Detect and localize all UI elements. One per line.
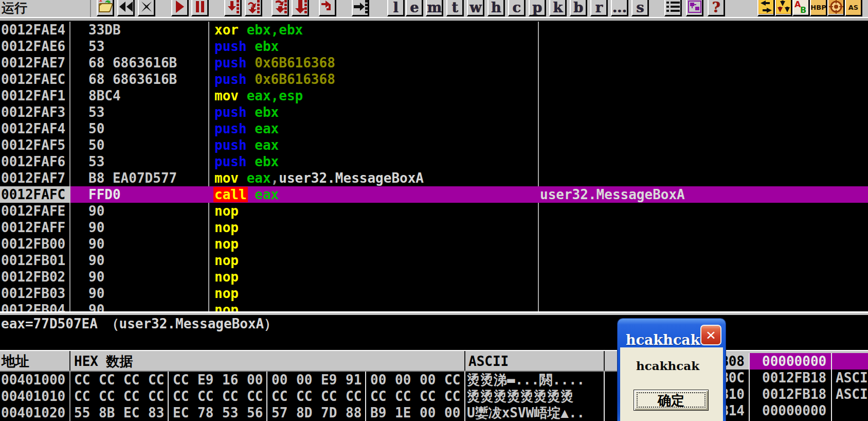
disasm-bytes: 53	[88, 104, 104, 120]
plugin-swap-arrows-button[interactable]	[757, 0, 775, 16]
disasm-row[interactable]: 0012FB0490nop	[0, 302, 868, 311]
stack-comment: ASCI	[832, 386, 868, 402]
ollydbg-window: 运行 lemtwhcpkbr...s?ABHBPAS 0012FAE433DBx…	[0, 0, 868, 421]
disasm-bytes: 90	[88, 236, 104, 252]
window-letter-label: b	[573, 0, 583, 15]
disasm-row[interactable]: 0012FAE653push ebx	[0, 38, 868, 55]
disasm-bytes: 8BC4	[88, 87, 121, 104]
disasm-address: 0012FAFF	[1, 219, 65, 236]
disasm-row[interactable]: 0012FB0090nop	[0, 236, 868, 252]
stack-value: 0012FB18	[750, 386, 831, 402]
dump-byte: CC	[197, 388, 213, 405]
disasm-row[interactable]: 0012FAF353push ebx	[0, 104, 868, 120]
disasm-instruction: push eax	[214, 137, 279, 153]
dump-byte: 57	[272, 405, 287, 421]
step-over-button[interactable]	[245, 0, 262, 16]
windows-window-button[interactable]: w	[467, 0, 484, 16]
dump-ascii: U嬱冹xSVW峿埞▲..	[467, 405, 585, 421]
dump-pane[interactable]: 00401000CCCCCCCCCCE916000000E991000000CC…	[0, 372, 620, 421]
disasm-row[interactable]: 0012FAF450push eax	[0, 120, 868, 137]
disasm-bytes: 90	[88, 219, 104, 236]
animate-into-icon	[274, 0, 287, 15]
as-icon: AS	[848, 4, 858, 11]
plugin-ab-button[interactable]: AB	[792, 0, 810, 16]
help-icon: ?	[712, 0, 720, 15]
list-icon	[666, 1, 680, 15]
windows-list-button[interactable]	[664, 0, 682, 16]
handles-window-button[interactable]: h	[487, 0, 505, 16]
dump-byte: CC	[99, 372, 115, 388]
disasm-row[interactable]: 0012FAFF90nop	[0, 219, 868, 236]
ok-button[interactable]: 确定	[634, 390, 709, 411]
disasm-row[interactable]: 0012FAF18BC4mov eax,esp	[0, 87, 868, 104]
dump-row[interactable]: 00401000CCCCCCCCCCE916000000E991000000CC…	[0, 372, 620, 388]
stack-value: 0012FB18	[750, 370, 831, 386]
dump-byte: CC	[444, 372, 460, 388]
window-letter-label: r	[595, 0, 602, 15]
patches-window-button[interactable]: p	[529, 0, 546, 16]
run-button[interactable]	[171, 0, 189, 16]
dump-header-separator	[464, 351, 465, 371]
dump-byte: CC	[321, 388, 337, 405]
message-box-close-button[interactable]: ✕	[700, 325, 721, 345]
disasm-row[interactable]: 0012FAFE90nop	[0, 203, 868, 219]
call-stack-window-button[interactable]: k	[549, 0, 567, 16]
dump-byte: CC	[444, 388, 460, 405]
references-window-button[interactable]: r	[590, 0, 608, 16]
threads-window-button[interactable]: t	[446, 0, 464, 16]
options-button[interactable]	[686, 0, 703, 16]
execute-till-return-button[interactable]	[319, 0, 336, 16]
focus-rectangle	[637, 392, 706, 408]
disasm-instruction: push 0x6B616368	[214, 71, 335, 87]
animate-over-button[interactable]	[292, 0, 309, 16]
executables-window-button[interactable]: e	[406, 0, 423, 16]
go-to-address-button[interactable]	[352, 0, 369, 16]
animate-into-button[interactable]	[272, 0, 289, 16]
plugin-target-button[interactable]	[827, 0, 845, 16]
disassembly-pane[interactable]: 0012FAE433DBxor ebx,ebx0012FAE653push eb…	[0, 22, 868, 311]
step-into-icon	[226, 0, 240, 15]
cpu-window-button[interactable]: c	[508, 0, 526, 16]
disasm-instruction: xor ebx,ebx	[214, 22, 303, 38]
disasm-row[interactable]: 0012FB0190nop	[0, 252, 868, 269]
dump-byte: 56	[247, 405, 263, 421]
disasm-row[interactable]: 0012FAF653push ebx	[0, 153, 868, 170]
run-trace-window-button[interactable]: ...	[611, 0, 628, 16]
memory-window-button[interactable]: m	[426, 0, 443, 16]
disasm-address: 0012FAF5	[1, 137, 65, 153]
windows-icon	[688, 1, 701, 15]
dump-byte: CC	[123, 372, 139, 388]
pause-button[interactable]	[191, 0, 209, 16]
dump-byte: CC	[346, 388, 361, 405]
help-button[interactable]: ?	[708, 0, 725, 16]
disasm-row[interactable]: 0012FAE433DBxor ebx,ebx	[0, 22, 868, 38]
disasm-instruction: mov eax,esp	[214, 87, 303, 104]
step-into-button[interactable]	[224, 0, 242, 16]
disasm-address: 0012FAFE	[1, 203, 65, 219]
disasm-row[interactable]: 0012FB0290nop	[0, 269, 868, 285]
dump-row[interactable]: 00401010CCCCCCCCCCCCCCCCCCCCCCCCCCCCCCCC…	[0, 388, 620, 405]
disasm-row[interactable]: 0012FAEC68 6863616Bpush 0x6B616368	[0, 71, 868, 87]
source-window-button[interactable]: s	[631, 0, 649, 16]
dump-row[interactable]: 00401020558BEC83EC785356578D7D88B91E0000…	[0, 405, 620, 421]
plugin-sort-arrows-button[interactable]	[775, 0, 792, 16]
close-program-button[interactable]	[138, 0, 155, 16]
disasm-row[interactable]: 0012FAE768 6863616Bpush 0x6B616368	[0, 55, 868, 71]
disasm-row[interactable]: 0012FAFCFFD0call eaxuser32.MessageBoxA	[0, 186, 868, 203]
restart-button[interactable]	[117, 0, 135, 16]
stack-comment	[832, 353, 868, 370]
disasm-row[interactable]: 0012FAF7B8 EA07D577mov eax,user32.Messag…	[0, 170, 868, 186]
rewind-icon	[119, 1, 133, 14]
disasm-address: 0012FB01	[1, 252, 65, 269]
plugin-as-button[interactable]: AS	[845, 0, 862, 16]
dump-ascii: 烫烫烫烫烫烫烫烫	[467, 388, 574, 405]
plugin-hbp-button[interactable]: HBP	[810, 0, 827, 16]
log-window-button[interactable]: l	[387, 0, 405, 16]
till-return-icon	[321, 0, 334, 15]
dump-byte: E9	[197, 372, 213, 388]
breakpoints-window-button[interactable]: b	[570, 0, 587, 16]
disasm-row[interactable]: 0012FAF550push eax	[0, 137, 868, 153]
disasm-row[interactable]: 0012FB0390nop	[0, 285, 868, 302]
open-file-button[interactable]	[97, 0, 114, 16]
disasm-bytes: 68 6863616B	[88, 71, 177, 87]
